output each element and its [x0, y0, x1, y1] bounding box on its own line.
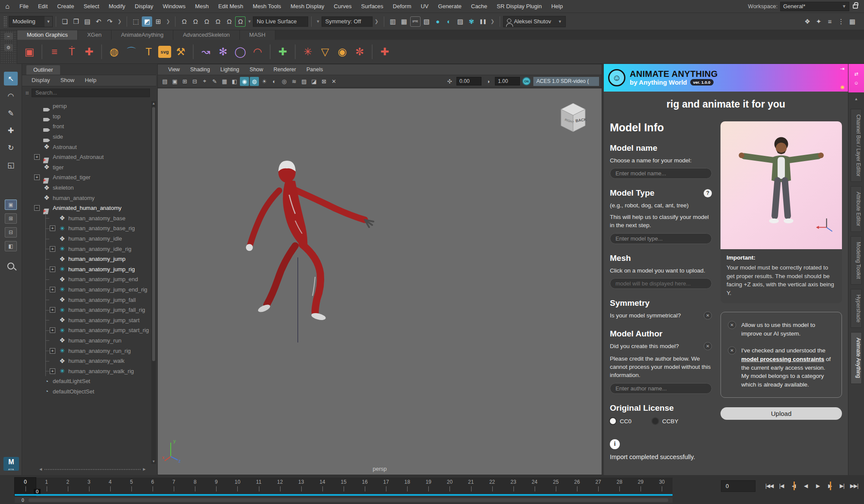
gamma-icon[interactable]: ◑ [484, 77, 493, 86]
outliner-item[interactable]: human_anatomy_jump_start [22, 315, 151, 325]
shelf-tool-icon[interactable]: ✚ [81, 44, 97, 60]
outliner-item[interactable]: + human_anatomy_jump_fall_rig [22, 305, 151, 315]
frame-cell[interactable]: 10 [227, 478, 248, 496]
playback-button[interactable]: ◀ [788, 479, 799, 492]
selection-mode-icon[interactable]: ⊞ [153, 16, 163, 27]
outliner-item[interactable]: human_anatomy_idle [22, 234, 151, 244]
viewport-canvas[interactable]: RIGHT BACK [158, 89, 602, 475]
shelf-tool-icon[interactable]: ◠ [250, 44, 265, 60]
outliner-item[interactable]: + human_anatomy_idle_rig [22, 244, 151, 254]
snap-icon[interactable]: Ω [190, 16, 201, 27]
gamma-field[interactable]: 1.00 [495, 77, 520, 86]
tool-icon[interactable]: ◠ [4, 89, 18, 103]
menu-item[interactable]: File [15, 0, 33, 13]
exposure-field[interactable]: 0.00 [456, 77, 481, 86]
sidebar-toggle-icon[interactable]: ≡ [825, 16, 835, 27]
frame-cell[interactable]: 11 [248, 478, 269, 496]
sidebar-toggle-icon[interactable]: ▦ [847, 16, 858, 27]
viewport-toolbar-icon[interactable]: ✎ [210, 77, 219, 86]
outliner-search-input[interactable] [32, 89, 150, 97]
render-icon[interactable]: ▦ [399, 16, 409, 27]
scroll-left-icon[interactable]: ◀ [39, 467, 42, 471]
menu-item[interactable]: Select [79, 0, 104, 13]
sidebar-toggle-icon[interactable]: ⋮ [836, 16, 846, 27]
colorspace-dropdown[interactable]: ACES 1.0 SDR-video ( [533, 77, 599, 86]
tool-icon[interactable]: ✎ [4, 106, 18, 120]
pane-layout-button[interactable]: ▣ [5, 200, 17, 210]
outliner-item[interactable]: side [22, 132, 151, 142]
frame-cell[interactable]: 0 [15, 478, 36, 496]
side-panel-tab[interactable]: Animate Anything [851, 332, 862, 384]
shelf-tab[interactable]: Motion Graphics [17, 30, 78, 40]
license-option[interactable]: CCBY [652, 418, 679, 425]
viewport-menu-item[interactable]: Shading [185, 67, 215, 73]
shelf-tool-icon[interactable]: ▽ [317, 44, 333, 60]
viewport-toolbar-icon[interactable]: ▤ [160, 77, 169, 86]
expand-toggle[interactable]: + [50, 225, 55, 231]
outliner-vscrollbar[interactable]: ▲ ▼ [151, 101, 156, 464]
shelf-tool-icon[interactable] [101, 44, 102, 59]
outliner-item[interactable]: persp [22, 101, 151, 111]
render-icon[interactable]: ✾ [466, 16, 477, 27]
maya-home-icon[interactable]: ⌂ [0, 3, 15, 10]
expand-toggle[interactable]: + [50, 348, 55, 354]
symmetry-toggle[interactable]: ✕ [704, 311, 712, 320]
shelf-tool-icon[interactable]: ✻ [215, 44, 231, 60]
license-option[interactable]: CC0 [610, 418, 631, 425]
shelf-tab[interactable]: AdvancedSkeleton [173, 30, 239, 40]
shelf-tool-icon[interactable] [295, 44, 296, 59]
strip-icon[interactable]: ☺ [854, 80, 858, 86]
help-icon[interactable]: ? [704, 189, 712, 197]
menu-item[interactable]: Edit [33, 0, 52, 13]
radio-icon[interactable] [652, 418, 658, 424]
shelf-tool-icon[interactable]: ▣ [22, 44, 37, 60]
shelf-tool-icon[interactable] [270, 44, 271, 59]
outliner-item[interactable]: − Animated_human_anatomy [22, 203, 151, 213]
shelf-tool-icon[interactable]: T [141, 44, 156, 60]
side-panel-tab[interactable]: Modeling Toolkit [851, 236, 862, 285]
menu-item[interactable]: Generate [434, 0, 466, 13]
outliner-menu-item[interactable]: Show [56, 76, 79, 84]
outliner-item[interactable]: front [22, 121, 151, 132]
file-op-icon[interactable]: ↶ [93, 16, 104, 27]
outliner-item[interactable]: + Animated_Astronaut [22, 152, 151, 162]
side-panel-tab[interactable]: Hypershade [851, 289, 862, 328]
shelf-gear-icon[interactable]: ⚙ [4, 44, 13, 51]
file-op-icon[interactable]: ❐ [71, 16, 81, 27]
shelf-tool-icon[interactable]: ◯ [233, 44, 248, 60]
viewport-toolbar-icon[interactable]: ☀ [260, 77, 269, 86]
outliner-item[interactable]: defaultObjectSet [22, 387, 151, 397]
scroll-down-icon[interactable]: ▼ [151, 460, 156, 463]
color-management-toggle[interactable]: ON [522, 77, 531, 86]
outliner-item[interactable]: top [22, 111, 151, 122]
menu-item[interactable]: Curves [329, 0, 356, 13]
viewport-toolbar-icon[interactable]: ⌖ [200, 77, 209, 86]
render-icon[interactable]: ▨ [455, 16, 465, 27]
playback-button[interactable]: ▶| [837, 479, 847, 492]
menu-item[interactable]: Mesh Tools [248, 0, 286, 13]
pane-layout-button[interactable]: ◧ [5, 241, 17, 251]
shelf-tab[interactable]: MASH [240, 30, 276, 40]
frame-cell[interactable]: 25 [545, 478, 566, 496]
outliner-item[interactable]: defaultLightSet [22, 376, 151, 387]
shelf-collapse-button[interactable]: − [4, 33, 13, 40]
outliner-item[interactable]: + human_anatomy_base_rig [22, 223, 151, 234]
outliner-hscrollbar[interactable]: ◀ ▶ [39, 467, 146, 472]
live-surface-field[interactable]: No Live Surface [253, 16, 308, 27]
playback-button[interactable]: |◀◀ [764, 479, 775, 492]
playback-button[interactable]: ◀ [800, 479, 811, 492]
frame-cell[interactable]: 7 [163, 478, 185, 496]
viewport-menu-item[interactable]: View [163, 67, 185, 73]
viewport-toolbar-icon[interactable]: ◧ [230, 77, 239, 86]
time-slider[interactable]: 0 1 2 3 [15, 478, 673, 496]
frame-cell[interactable]: 4 [99, 478, 121, 496]
frame-cell[interactable]: 30 [651, 478, 673, 496]
frame-cell[interactable]: 23 [503, 478, 524, 496]
playback-button[interactable]: |◀ [776, 479, 787, 492]
frame-cell[interactable]: 12 [269, 478, 290, 496]
upload-button[interactable]: Upload [721, 407, 842, 420]
menu-item[interactable]: UV [416, 0, 433, 13]
filter-icon[interactable]: ⌗ [26, 89, 29, 97]
tabs-scroll-up-icon[interactable]: ▲ [848, 97, 864, 101]
viewport-toolbar-icon[interactable]: ◪ [309, 77, 319, 86]
